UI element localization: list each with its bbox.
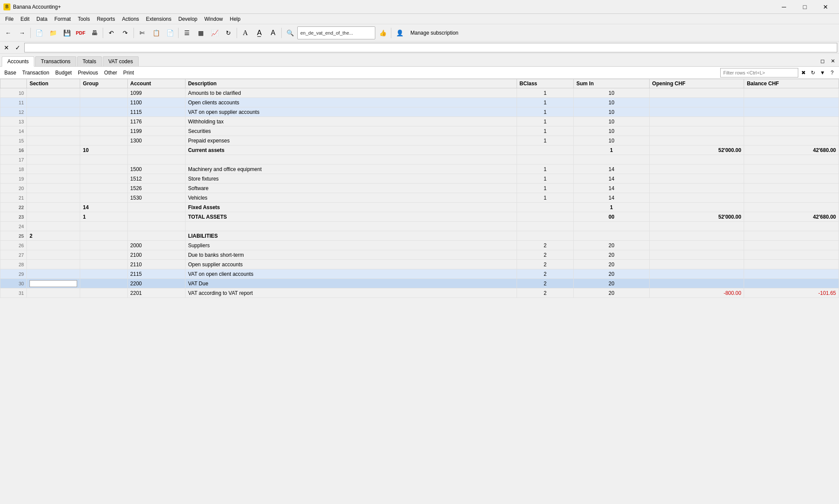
cell-desc: VAT Due [185,279,517,288]
close-tab-button[interactable]: ✕ [829,57,837,65]
maximize-button[interactable]: □ [795,0,815,14]
clear-filter-button[interactable]: ✖ [799,68,808,77]
cell-rownum: 22 [0,203,27,212]
open-button[interactable]: 📁 [46,26,59,39]
menu-tools[interactable]: Tools [74,15,93,23]
table-row[interactable]: 211530Vehicles114 [0,193,839,203]
menu-data[interactable]: Data [33,15,51,23]
tab-accounts[interactable]: Accounts [2,56,34,67]
cell-section [27,184,80,193]
cell-opening [649,222,744,231]
print-preview-button[interactable]: 🖶 [88,26,101,39]
table-row[interactable]: 1610Current assets152'000.0042'680.00 [0,145,839,155]
cell-bclass: 1 [517,107,573,117]
menu-reports[interactable]: Reports [93,15,118,23]
cell-account [127,155,185,165]
table-row[interactable]: 252LIABILITIES [0,231,839,241]
table-row[interactable]: 131176Withholding tax110 [0,117,839,126]
tab-transactions[interactable]: Transactions [35,56,76,66]
menu-format[interactable]: Format [51,15,74,23]
menu-help[interactable]: Help [226,15,244,23]
menu-file[interactable]: File [2,15,17,23]
cell-desc: Due to banks short-term [185,250,517,260]
formula-input[interactable] [24,43,837,52]
table-row[interactable]: 141199Securities110 [0,126,839,136]
cell-section [27,155,80,165]
thumbs-up-button[interactable]: 👍 [376,26,389,39]
table-row[interactable]: 181500Machinery and office equipment114 [0,165,839,174]
new-button[interactable]: 📄 [33,26,46,39]
table-row[interactable]: 312201VAT according to VAT report220-800… [0,288,839,298]
chart-button[interactable]: 📈 [208,26,221,39]
table-row[interactable]: 17 [0,155,839,165]
cell-sumin: 20 [573,279,649,288]
menu-edit[interactable]: Edit [17,15,33,23]
view-previous[interactable]: Previous [76,69,100,77]
cell-desc: Vehicles [185,193,517,203]
table-row[interactable]: 121115VAT on open supplier accounts110 [0,107,839,117]
table-row[interactable]: 262000Suppliers220 [0,241,839,250]
copy-button[interactable]: 📋 [150,26,163,39]
back-button[interactable]: ← [2,26,15,39]
filter-input[interactable] [720,68,798,78]
cancel-formula-button[interactable]: ✕ [2,43,11,52]
tab-totals[interactable]: Totals [77,56,102,66]
help-button[interactable]: ? [828,68,836,77]
table-row[interactable]: 111100Open clients accounts110 [0,98,839,107]
cell-group [80,174,127,184]
pdf-button[interactable]: PDF [74,26,87,39]
confirm-formula-button[interactable]: ✓ [13,43,23,52]
table-row[interactable]: 272100Due to banks short-term220 [0,250,839,260]
menu-extensions[interactable]: Extensions [143,15,175,23]
table-row[interactable]: 231TOTAL ASSETS0052'000.0042'680.00 [0,212,839,222]
close-button[interactable]: ✕ [816,0,836,14]
cell-sumin: 00 [573,212,649,222]
font-button[interactable]: A [239,26,252,39]
table-row[interactable]: 101099Amounts to be clarified110 [0,88,839,98]
table-row[interactable]: 302200VAT Due220 [0,279,839,288]
table-row[interactable]: 151300Prepaid expenses110 [0,136,839,145]
view-transaction[interactable]: Transaction [20,69,51,77]
filter-options-button[interactable]: ▼ [818,68,827,77]
table-container[interactable]: Section Group Account Description BClass… [0,79,839,504]
search-button[interactable]: 🔍 [283,26,296,39]
col-button[interactable]: ▦ [194,26,207,39]
menu-develop[interactable]: Develop [175,15,201,23]
redo-button[interactable]: ↷ [119,26,132,39]
cell-opening [649,117,744,126]
restore-tab-button[interactable]: ◻ [818,57,827,65]
table-row[interactable]: 191512Store fixtures114 [0,174,839,184]
col-header-balance: Balance CHF [744,79,839,88]
manage-subscription-link[interactable]: Manage subscription [407,30,462,36]
table-row[interactable]: 24 [0,222,839,231]
cut-button[interactable]: ✄ [136,26,149,39]
highlight-button[interactable]: A̲ [253,26,266,39]
menu-actions[interactable]: Actions [118,15,142,23]
refresh-button[interactable]: ↻ [222,26,235,39]
view-base[interactable]: Base [3,69,18,77]
view-other[interactable]: Other [102,69,119,77]
view-budget[interactable]: Budget [54,69,74,77]
cell-opening [649,279,744,288]
cell-bclass [517,145,573,155]
paste-button[interactable]: 📄 [163,26,176,39]
table-row[interactable]: 282110Open supplier accounts220 [0,260,839,269]
cell-rownum: 27 [0,250,27,260]
color-button[interactable]: A [267,26,280,39]
refresh-filter-button[interactable]: ↻ [809,68,817,77]
cell-bclass: 1 [517,174,573,184]
cell-desc: TOTAL ASSETS [185,212,517,222]
undo-button[interactable]: ↶ [105,26,118,39]
table-row[interactable]: 201526Software114 [0,184,839,193]
minimize-button[interactable]: ─ [774,0,794,14]
menu-window[interactable]: Window [201,15,227,23]
save-button[interactable]: 💾 [60,26,73,39]
sep5 [237,28,237,38]
table-row[interactable]: 292115VAT on open client accounts220 [0,269,839,279]
tab-vat-codes[interactable]: VAT codes [103,56,139,66]
view-print[interactable]: Print [121,69,136,77]
table-row[interactable]: 2214Fixed Assets1 [0,203,839,212]
forward-button[interactable]: → [16,26,29,39]
table-button[interactable]: ☰ [180,26,193,39]
cell-balance [744,279,839,288]
